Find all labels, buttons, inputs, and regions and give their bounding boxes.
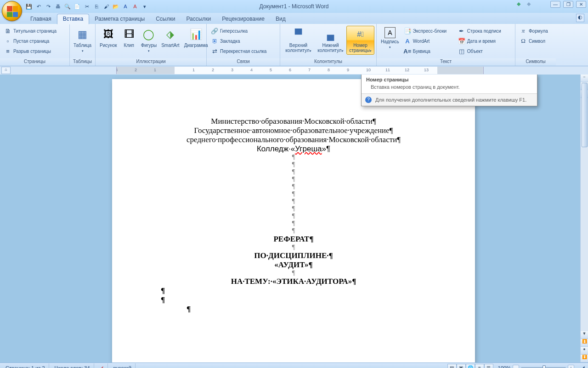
tab-mailings[interactable]: Рассылки (181, 14, 216, 24)
clip-button[interactable]: 🎞Клип (119, 26, 139, 49)
tab-page-layout[interactable]: Разметка страницы (89, 14, 150, 24)
symbol-button[interactable]: ΩСимвол (517, 36, 554, 46)
view-ruler-toggle[interactable]: ⌂ (1, 67, 11, 74)
page[interactable]: Министерство·образования·Московской·обла… (112, 79, 475, 362)
hyperlink-button[interactable]: 🔗Гиперссылка (209, 26, 278, 36)
cover-page-button[interactable]: 🗎Титульная страница (2, 26, 68, 36)
ribbon-help-button[interactable]: ◐ (576, 14, 584, 22)
horizontal-ruler[interactable]: 32112345678910111213 (116, 67, 484, 74)
doc-line-2: Государственное·автономное·образовательн… (152, 126, 435, 135)
print-layout-view[interactable]: ▤ (447, 364, 457, 368)
status-resize-grip[interactable]: ◢ (579, 365, 586, 368)
ribbon-tabs: Главная Вставка Разметка страницы Ссылки… (0, 13, 588, 24)
signature-line-button[interactable]: ✒Строка подписи (456, 26, 512, 36)
status-language[interactable]: русский (110, 363, 136, 368)
doc-empty: ¶ (152, 270, 435, 277)
qat-quickprint-icon[interactable]: 🖶 (54, 2, 62, 11)
addon-icon-2[interactable]: ◆ (525, 1, 533, 9)
doc-empty-left: ¶ (152, 286, 435, 295)
qat-new-icon[interactable]: 📄 (73, 2, 81, 11)
qat-preview-icon[interactable]: 🔍 (63, 2, 72, 11)
bookmark-button[interactable]: ⛨Закладка (209, 36, 278, 46)
footer-icon: ▄ (323, 27, 338, 42)
draft-view[interactable]: ☰ (484, 364, 493, 368)
help-icon: ? (365, 97, 372, 103)
qat-a2-icon[interactable]: A (131, 2, 139, 11)
tab-home[interactable]: Главная (25, 14, 57, 24)
table-button[interactable]: ▦Таблица (71, 26, 94, 55)
scroll-down-button[interactable]: ▼ (581, 331, 588, 339)
qat-paint-icon[interactable]: 🖌 (102, 2, 110, 11)
crossref-button[interactable]: ⇄Перекрестная ссылка (209, 46, 278, 56)
tab-insert[interactable]: Вставка (57, 14, 90, 24)
tooltip-footer: ? Для получения дополнительных сведений … (362, 93, 537, 106)
title-bar: 💾 ↶ ↷ 🖶 🔍 📄 ✂ ⎘ 🖌 📂 A A ▾ Документ1 - Mi… (0, 0, 588, 13)
document-area: Номер страницы Вставка номеров страниц в… (0, 75, 588, 362)
doc-empty: ¶ (152, 198, 435, 205)
qat-copy-icon[interactable]: ⎘ (92, 2, 101, 11)
qat-a-icon[interactable]: A (121, 2, 130, 11)
doc-empty-left: ¶ (152, 305, 435, 314)
tab-view[interactable]: Вид (270, 14, 291, 24)
doc-empty: ¶ (152, 183, 435, 190)
doc-discipline: ПО·ДИСЦИПЛИНЕ·¶ (152, 251, 435, 260)
office-button[interactable] (2, 1, 22, 21)
equation-button[interactable]: πФормула (517, 26, 554, 36)
smartart-button[interactable]: ⬗SmartArt (159, 26, 181, 49)
vertical-scrollbar[interactable]: − ▤ ▲ ▼ ⏫ ● ⏬ (580, 75, 588, 362)
status-proofing[interactable]: ✔ (96, 363, 108, 368)
zoom-out-button[interactable]: − (513, 365, 519, 368)
omega-icon: Ω (520, 37, 527, 45)
minimize-button[interactable]: — (550, 1, 560, 8)
tooltip-help-text: Для получения дополнительных сведений на… (375, 97, 526, 103)
datetime-button[interactable]: 📅Дата и время (456, 36, 512, 46)
addon-icon-1[interactable]: ◆ (514, 1, 523, 9)
status-page[interactable]: Страница: 1 из 2 (2, 363, 49, 368)
calendar-icon: 📅 (458, 37, 465, 45)
doc-empty-left: ¶ (152, 295, 435, 305)
doc-empty: ¶ (152, 154, 435, 161)
close-button[interactable]: ✕ (576, 1, 586, 8)
outline-view[interactable]: ≡ (475, 364, 484, 368)
doc-line-3: среднего·профессионального·образования·М… (152, 135, 435, 144)
footer-button[interactable]: ▄Нижний колонтитул (315, 26, 346, 55)
next-page-button[interactable]: ⏬ (581, 355, 588, 362)
blank-page-button[interactable]: ▫Пустая страница (2, 36, 68, 46)
shapes-button[interactable]: ◯Фигуры (139, 26, 159, 55)
prev-page-button[interactable]: ⏫ (581, 339, 588, 347)
doc-empty: ¶ (152, 176, 435, 183)
zoom-value[interactable]: 100% (498, 365, 511, 368)
tab-review[interactable]: Рецензирование (216, 14, 270, 24)
browse-object-button[interactable]: ● (581, 347, 588, 355)
qat-redo-icon[interactable]: ↷ (44, 2, 52, 11)
qat-cut-icon[interactable]: ✂ (83, 2, 91, 11)
scroll-thumb[interactable] (582, 83, 588, 147)
restore-button[interactable]: ❐ (563, 1, 573, 8)
zoom-knob[interactable] (543, 365, 546, 368)
group-symbols: πФормула ΩСимвол Символы (515, 24, 556, 66)
full-screen-view[interactable]: ▣ (457, 364, 466, 368)
picture-icon: 🖼 (101, 27, 116, 42)
object-button[interactable]: ◫Объект (456, 46, 512, 56)
zoom-in-button[interactable]: + (568, 365, 574, 368)
wordart-button[interactable]: AWordArt (401, 36, 456, 46)
page-number-button[interactable]: #⃣Номер страницы (346, 26, 374, 55)
dropcap-button[interactable]: A≡Буквица (401, 46, 456, 56)
header-button[interactable]: ▀Верхний колонтитул (282, 26, 315, 55)
qat-open-icon[interactable]: 📂 (112, 2, 120, 11)
tab-references[interactable]: Ссылки (150, 14, 181, 24)
scroll-split-icon[interactable]: − (581, 75, 588, 82)
page-number-tooltip: Номер страницы Вставка номеров страниц в… (361, 75, 537, 106)
picture-button[interactable]: 🖼Рисунок (97, 26, 119, 49)
chart-button[interactable]: 📊Диаграмма (182, 26, 210, 49)
textbox-button[interactable]: AНадпись (379, 26, 401, 51)
qat-dd-icon[interactable]: ▾ (141, 2, 149, 11)
qat-save-icon[interactable]: 💾 (25, 2, 33, 11)
quick-parts-button[interactable]: 📑Экспресс-блоки (401, 26, 456, 36)
quick-access-toolbar: 💾 ↶ ↷ 🖶 🔍 📄 ✂ ⎘ 🖌 📂 A A ▾ (25, 0, 149, 13)
qat-undo-icon[interactable]: ↶ (34, 2, 43, 11)
status-word-count[interactable]: Число слов: 34 (51, 363, 94, 368)
web-layout-view[interactable]: 🌐 (466, 364, 475, 368)
object-icon: ◫ (458, 47, 465, 55)
page-break-button[interactable]: ≡Разрыв страницы (2, 46, 68, 56)
